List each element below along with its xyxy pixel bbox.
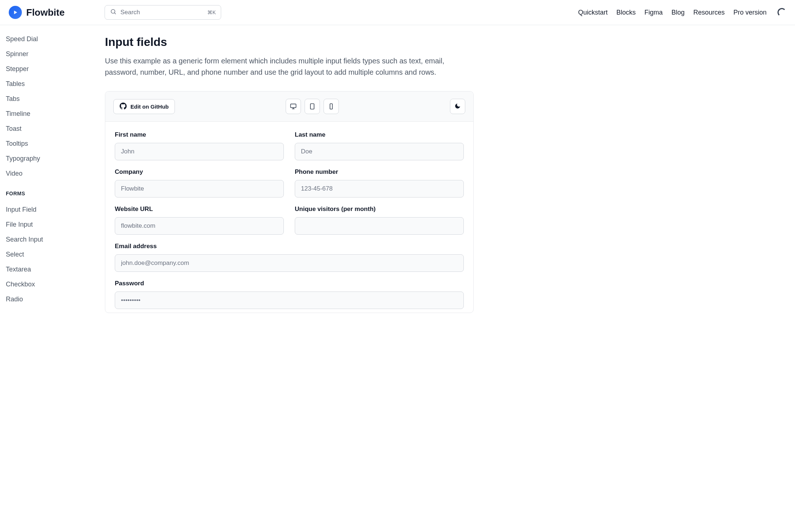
sidebar-item-video[interactable]: Video (5, 166, 90, 181)
nav-quickstart[interactable]: Quickstart (578, 9, 608, 16)
visitors-input[interactable] (295, 217, 464, 235)
sidebar-item-search-input[interactable]: Search Input (5, 232, 90, 247)
email-label: Email address (115, 243, 464, 250)
field-password: Password (115, 280, 464, 309)
visitors-label: Unique visitors (per month) (295, 206, 464, 213)
logo[interactable]: Flowbite (9, 6, 64, 19)
edit-on-github-button[interactable]: Edit on GitHub (113, 99, 175, 114)
field-website: Website URL (115, 206, 284, 235)
desktop-view-button[interactable] (286, 99, 301, 114)
nav-resources[interactable]: Resources (693, 9, 725, 16)
field-email: Email address (115, 243, 464, 272)
mobile-view-button[interactable] (324, 99, 339, 114)
svg-line-1 (115, 13, 116, 14)
sidebar-item-radio[interactable]: Radio (5, 292, 90, 307)
field-visitors: Unique visitors (per month) (295, 206, 464, 235)
github-button-label: Edit on GitHub (130, 103, 169, 110)
example-body: First name Last name Company Phone numbe… (105, 122, 473, 313)
search-placeholder: Search (120, 9, 140, 16)
header: Flowbite Search ⌘K Quickstart Blocks Fig… (0, 0, 795, 25)
phone-input[interactable] (295, 180, 464, 197)
sidebar-item-speed-dial[interactable]: Speed Dial (5, 32, 90, 47)
page-description: Use this example as a generic form eleme… (105, 55, 474, 78)
page-title: Input fields (105, 35, 474, 49)
svg-point-0 (111, 9, 115, 13)
first-name-input[interactable] (115, 143, 284, 160)
sidebar-item-select[interactable]: Select (5, 247, 90, 262)
sidebar-item-timeline[interactable]: Timeline (5, 106, 90, 121)
website-input[interactable] (115, 217, 284, 235)
top-nav: Quickstart Blocks Figma Blog Resources P… (578, 8, 786, 17)
dark-mode-toggle[interactable] (450, 99, 465, 114)
search-box[interactable]: Search ⌘K (105, 5, 221, 20)
email-input[interactable] (115, 254, 464, 272)
example-toolbar: Edit on GitHub (105, 91, 473, 122)
device-toggles (286, 99, 339, 114)
company-input[interactable] (115, 180, 284, 197)
nav-pro[interactable]: Pro version (733, 9, 767, 16)
sidebar-item-textarea[interactable]: Textarea (5, 262, 90, 277)
password-input[interactable] (115, 292, 464, 309)
phone-label: Phone number (295, 168, 464, 176)
github-link-icon[interactable] (778, 8, 786, 17)
nav-blog[interactable]: Blog (671, 9, 685, 16)
brand-name: Flowbite (26, 7, 64, 18)
svg-rect-5 (310, 104, 314, 109)
search-icon (110, 8, 117, 16)
nav-figma[interactable]: Figma (645, 9, 663, 16)
last-name-input[interactable] (295, 143, 464, 160)
tablet-view-button[interactable] (305, 99, 320, 114)
field-first-name: First name (115, 131, 284, 160)
sidebar-item-tooltips[interactable]: Tooltips (5, 136, 90, 151)
website-label: Website URL (115, 206, 284, 213)
first-name-label: First name (115, 131, 284, 138)
nav-blocks[interactable]: Blocks (616, 9, 636, 16)
password-label: Password (115, 280, 464, 287)
sidebar-item-stepper[interactable]: Stepper (5, 62, 90, 77)
sidebar-item-input-field[interactable]: Input Field (5, 202, 90, 217)
example-card: Edit on GitHub (105, 91, 474, 313)
search-shortcut: ⌘K (207, 9, 216, 15)
svg-rect-2 (291, 104, 296, 107)
last-name-label: Last name (295, 131, 464, 138)
sidebar-item-tables[interactable]: Tables (5, 77, 90, 91)
field-last-name: Last name (295, 131, 464, 160)
sidebar-item-file-input[interactable]: File Input (5, 217, 90, 232)
field-phone: Phone number (295, 168, 464, 197)
sidebar-item-typography[interactable]: Typography (5, 151, 90, 166)
sidebar-item-toast[interactable]: Toast (5, 121, 90, 136)
sidebar-heading-forms: FORMS (5, 181, 90, 202)
flowbite-logo-icon (9, 6, 22, 19)
main-content: Input fields Use this example as a gener… (95, 25, 481, 328)
sidebar: Speed Dial Spinner Stepper Tables Tabs T… (0, 25, 95, 328)
sidebar-item-spinner[interactable]: Spinner (5, 47, 90, 62)
sidebar-item-tabs[interactable]: Tabs (5, 91, 90, 106)
svg-rect-6 (330, 104, 333, 109)
github-icon (120, 102, 127, 111)
field-company: Company (115, 168, 284, 197)
moon-icon (454, 103, 461, 110)
company-label: Company (115, 168, 284, 176)
sidebar-item-checkbox[interactable]: Checkbox (5, 277, 90, 292)
